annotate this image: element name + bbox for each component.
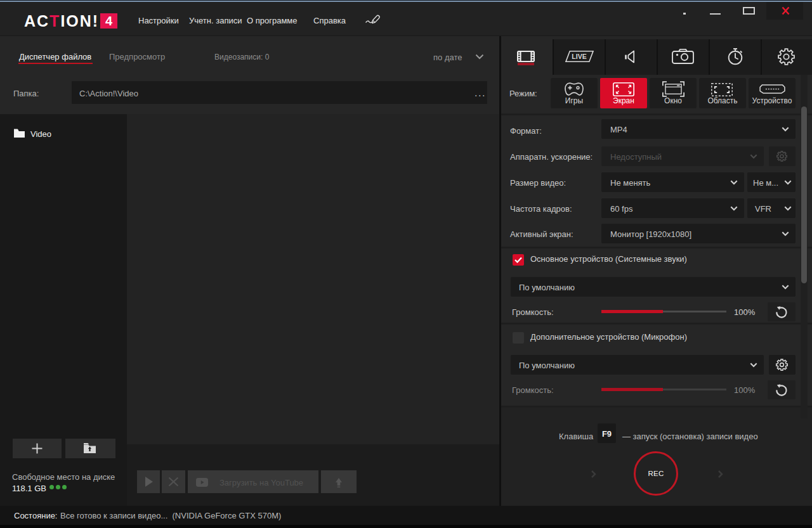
svg-text:LIVE: LIVE [572,53,586,60]
